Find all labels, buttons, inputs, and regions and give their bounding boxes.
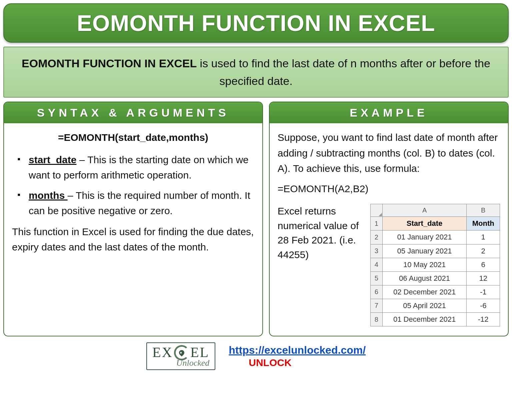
cell-header: Start_date — [382, 217, 467, 230]
page-title-bar: EOMONTH FUNCTION IN EXCEL — [3, 3, 509, 43]
example-body: Suppose, you want to find last date of m… — [270, 123, 508, 336]
cell: 01 January 2021 — [382, 230, 467, 244]
cell: 1 — [467, 230, 500, 244]
col-header-a: A — [382, 204, 467, 217]
logo-text: EX EL Unlocked — [152, 345, 209, 367]
logo-ex: EX — [152, 346, 173, 359]
col-header-b: B — [467, 204, 500, 217]
cell: -1 — [467, 285, 500, 299]
row-number: 2 — [370, 230, 382, 244]
brand-logo: EX EL Unlocked — [146, 342, 215, 370]
cell-header: Month — [467, 217, 500, 230]
description-text: is used to find the last date of n month… — [197, 57, 490, 87]
example-result-note: Excel returns numerical value of 28 Feb … — [278, 204, 364, 262]
syntax-formula: =EOMONTH(start_date,months) — [12, 130, 254, 146]
sheet-corner — [370, 204, 382, 217]
cell: 06 August 2021 — [382, 271, 467, 285]
example-row: Excel returns numerical value of 28 Feb … — [278, 204, 500, 326]
argument-name: months — [29, 190, 68, 201]
description-bold: EOMONTH FUNCTION IN EXCEL — [22, 57, 197, 70]
row-number: 3 — [370, 244, 382, 258]
row-number: 7 — [370, 299, 382, 312]
cell: -12 — [467, 313, 500, 326]
cell: 2 — [467, 244, 500, 258]
row-number: 4 — [370, 258, 382, 271]
example-formula: =EOMONTH(A2,B2) — [278, 181, 500, 197]
example-panel: EXAMPLE Suppose, you want to find last d… — [269, 102, 509, 336]
syntax-body: =EOMONTH(start_date,months) start_date –… — [4, 123, 262, 264]
syntax-note: This function in Excel is used for findi… — [12, 224, 254, 255]
row-number: 6 — [370, 285, 382, 299]
page-title: EOMONTH FUNCTION IN EXCEL — [14, 10, 498, 36]
footer: EX EL Unlocked https://excelunlocked.com… — [3, 340, 509, 372]
description-bar: EOMONTH FUNCTION IN EXCEL is used to fin… — [3, 47, 509, 98]
cell: 6 — [467, 258, 500, 271]
cell: 02 December 2021 — [382, 285, 467, 299]
row-number: 8 — [370, 313, 382, 326]
argument-list: start_date – This is the starting date o… — [12, 152, 254, 219]
syntax-panel: SYNTAX & ARGUMENTS =EOMONTH(start_date,m… — [3, 102, 263, 336]
cell: 05 January 2021 — [382, 244, 467, 258]
spreadsheet-table: A B 1 Start_date Month 201 January 20211… — [370, 204, 500, 326]
cell: 05 April 2021 — [382, 299, 467, 312]
logo-keyhole-icon — [174, 345, 189, 360]
syntax-heading: SYNTAX & ARGUMENTS — [4, 102, 262, 123]
row-number: 5 — [370, 271, 382, 285]
row-number: 1 — [370, 217, 382, 230]
content-columns: SYNTAX & ARGUMENTS =EOMONTH(start_date,m… — [3, 102, 509, 336]
example-heading: EXAMPLE — [270, 102, 508, 123]
argument-name: start_date — [29, 154, 76, 165]
cell: -6 — [467, 299, 500, 312]
footer-links: https://excelunlocked.com/ UNLOCK — [229, 344, 366, 368]
cell: 10 May 2021 — [382, 258, 467, 271]
argument-item: months – This is the required number of … — [15, 188, 254, 219]
argument-item: start_date – This is the starting date o… — [15, 152, 254, 183]
footer-url-link[interactable]: https://excelunlocked.com/ — [229, 344, 366, 356]
logo-el: EL — [190, 346, 209, 359]
cell: 12 — [467, 271, 500, 285]
example-table: A B 1 Start_date Month 201 January 20211… — [370, 204, 500, 326]
footer-unlock-text: UNLOCK — [249, 357, 366, 368]
cell: 01 December 2021 — [382, 313, 467, 326]
example-intro: Suppose, you want to find last date of m… — [278, 130, 500, 177]
